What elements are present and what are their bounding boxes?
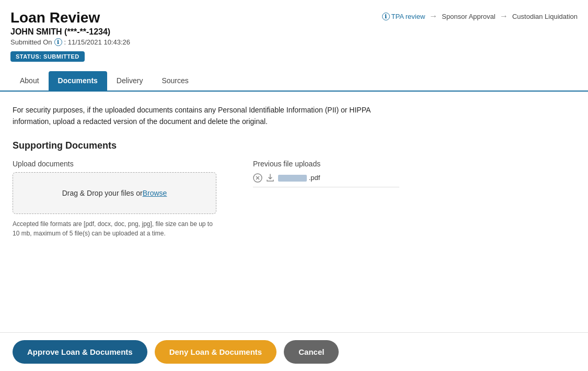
main-content: For security purposes, if the uploaded d… [0, 92, 588, 371]
cancel-button[interactable]: Cancel [284, 340, 339, 364]
remove-file-icon[interactable] [253, 173, 262, 183]
browse-link[interactable]: Browse [143, 189, 167, 197]
dropzone[interactable]: Drag & Drop your files or Browse [13, 172, 216, 214]
borrower-name: JOHN SMITH (***-**-1234) [10, 27, 578, 37]
tabs-bar: About Documents Delivery Sources [0, 71, 588, 92]
status-badge: STATUS: SUBMITTED [10, 51, 85, 62]
security-notice: For security purposes, if the uploaded d… [13, 104, 378, 128]
tab-about[interactable]: About [10, 71, 49, 92]
download-file-icon[interactable] [266, 173, 275, 183]
previous-uploads-section: Previous file uploads [253, 160, 399, 192]
footer-buttons: Approve Loan & Documents Deny Loan & Doc… [0, 332, 588, 371]
tab-delivery[interactable]: Delivery [107, 71, 153, 92]
file-item: .pdf [253, 173, 399, 187]
approve-button[interactable]: Approve Loan & Documents [13, 340, 147, 364]
deny-button[interactable]: Deny Loan & Documents [155, 340, 277, 364]
workflow-step-2-label: Sponsor Approval [442, 13, 495, 20]
workflow-step-1-label: TPA review [391, 13, 425, 20]
submitted-info-icon[interactable]: ℹ [54, 38, 62, 46]
header: ℹ TPA review → Sponsor Approval → Custod… [0, 0, 588, 67]
submitted-date: : 11/15/2021 10:43:26 [64, 38, 131, 46]
workflow-step-3-label: Custodian Liquidation [512, 13, 578, 20]
upload-label: Upload documents [13, 160, 232, 168]
workflow-arrow-1: → [429, 12, 437, 21]
submitted-label: Submitted On [10, 38, 52, 46]
submitted-on: Submitted On ℹ : 11/15/2021 10:43:26 [10, 38, 578, 46]
accepted-formats: Accepted file formats are [pdf, docx, do… [13, 219, 216, 238]
tpa-info-icon[interactable]: ℹ [382, 13, 390, 20]
file-extension: .pdf [309, 174, 320, 182]
dropzone-text: Drag & Drop your files or [62, 189, 143, 197]
supporting-docs-title: Supporting Documents [13, 140, 575, 151]
file-name: .pdf [278, 174, 320, 182]
previous-uploads-label: Previous file uploads [253, 160, 399, 168]
workflow-step-1: ℹ TPA review [382, 13, 425, 20]
file-name-blurred [278, 175, 307, 182]
docs-columns: Upload documents Drag & Drop your files … [13, 160, 575, 238]
workflow-arrow-2: → [500, 12, 508, 21]
tab-documents[interactable]: Documents [49, 71, 107, 92]
upload-section: Upload documents Drag & Drop your files … [13, 160, 232, 238]
tab-sources[interactable]: Sources [152, 71, 198, 92]
workflow-steps: ℹ TPA review → Sponsor Approval → Custod… [382, 12, 578, 21]
